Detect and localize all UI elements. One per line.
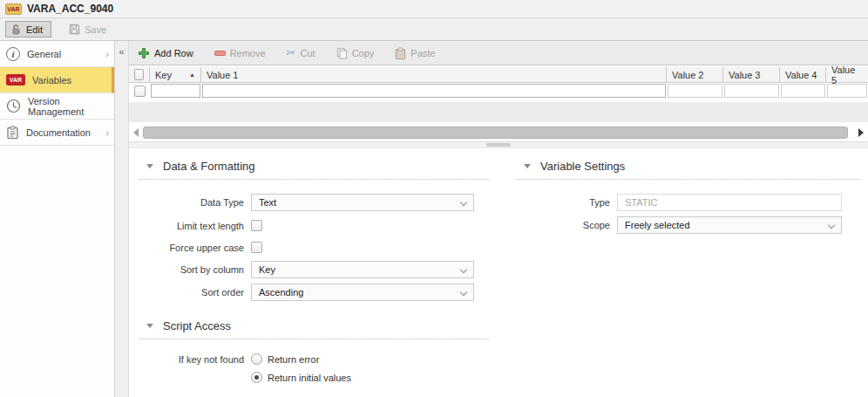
- column-header-value4[interactable]: Value 4: [780, 67, 826, 82]
- select-all-checkbox[interactable]: [134, 69, 144, 80]
- sort-order-select[interactable]: Ascending: [251, 284, 474, 301]
- data-type-select[interactable]: Text: [251, 194, 474, 211]
- section-divider: [139, 173, 490, 180]
- key-input[interactable]: [151, 84, 200, 98]
- sidebar-item-label: Variables: [32, 75, 71, 86]
- section-header-data-formatting[interactable]: Data & Formatting: [139, 159, 490, 173]
- horizontal-scrollbar: [129, 124, 868, 141]
- grid-toolbar: Add Row Remove ✂ Cut Copy: [129, 41, 868, 65]
- value1-input[interactable]: [202, 84, 666, 98]
- section-divider: [517, 173, 860, 180]
- remove-icon: [214, 51, 226, 56]
- selected-value: Freely selected: [625, 220, 690, 230]
- field-force-upper-case: Force upper case: [139, 242, 490, 253]
- clock-icon: [6, 99, 21, 113]
- field-label: Force upper case: [139, 243, 251, 253]
- cut-button[interactable]: ✂ Cut: [287, 47, 315, 58]
- field-label: Type: [517, 197, 617, 208]
- sort-ascending-icon: ▲: [189, 72, 195, 78]
- title-bar: VAR VARA_ACC_9040: [0, 0, 868, 18]
- copy-button[interactable]: Copy: [336, 47, 375, 59]
- return-error-radio[interactable]: [251, 353, 262, 365]
- sidebar: i General › VAR Variables Version Manage…: [0, 41, 115, 397]
- properties-panel: Data & Formatting Data Type Text Limit t…: [129, 148, 868, 397]
- edit-button-label: Edit: [26, 24, 43, 35]
- section-title: Variable Settings: [540, 160, 625, 173]
- sidebar-item-label: General: [27, 49, 61, 59]
- sidebar-collapse-strip: «: [115, 41, 129, 397]
- section-title: Script Access: [163, 319, 231, 332]
- radio-label: Return error: [268, 354, 319, 365]
- value4-cell: [780, 83, 826, 99]
- value1-cell: [201, 83, 667, 99]
- row-select-cell: [129, 83, 150, 99]
- sidebar-item-version-management[interactable]: Version Management: [0, 93, 114, 120]
- column-header-value2[interactable]: Value 2: [667, 67, 723, 82]
- var-badge-icon: VAR: [6, 74, 25, 86]
- copy-icon: [336, 47, 348, 59]
- chevron-down-icon: [461, 290, 467, 296]
- collapse-section-icon: [146, 164, 153, 168]
- chevron-right-icon: ›: [105, 127, 109, 138]
- value5-input[interactable]: [827, 84, 867, 98]
- value3-cell: [723, 83, 780, 99]
- section-divider: [139, 332, 490, 339]
- column-header-value1[interactable]: Value 1: [201, 67, 667, 82]
- sidebar-item-general[interactable]: i General ›: [0, 41, 114, 67]
- main-content: Add Row Remove ✂ Cut Copy: [129, 41, 868, 397]
- field-scope: Scope Freely selected: [517, 216, 860, 234]
- add-row-label: Add Row: [154, 48, 193, 58]
- select-all-cell: [129, 67, 150, 82]
- field-if-key-not-found-option2: Return initial values: [139, 372, 490, 383]
- return-initial-values-radio[interactable]: [251, 372, 262, 383]
- remove-button[interactable]: Remove: [214, 48, 266, 58]
- field-sort-by-column: Sort by column Key: [139, 261, 490, 278]
- scope-select[interactable]: Freely selected: [617, 216, 842, 234]
- value3-input[interactable]: [724, 84, 779, 98]
- remove-label: Remove: [230, 48, 266, 58]
- unlock-icon: [11, 24, 22, 35]
- grid-header-row: Key ▲ Value 1 Value 2 Value 3 Value 4 Va…: [129, 67, 868, 83]
- sort-by-column-select[interactable]: Key: [251, 261, 474, 278]
- key-cell: [150, 83, 201, 99]
- sidebar-item-variables[interactable]: VAR Variables: [0, 67, 114, 93]
- section-header-variable-settings[interactable]: Variable Settings: [517, 159, 860, 173]
- field-limit-text-length: Limit text length: [139, 220, 490, 231]
- force-upper-case-checkbox[interactable]: [251, 242, 262, 253]
- collapse-sidebar-button[interactable]: «: [115, 46, 128, 57]
- selected-value: Key: [259, 264, 275, 275]
- radio-label: Return initial values: [268, 373, 351, 383]
- limit-text-length-checkbox[interactable]: [251, 220, 262, 231]
- edit-button[interactable]: Edit: [5, 21, 51, 38]
- column-header-key[interactable]: Key ▲: [150, 67, 201, 82]
- copy-label: Copy: [352, 48, 375, 58]
- scroll-left-arrow[interactable]: [133, 128, 139, 137]
- splitter-handle[interactable]: [486, 143, 511, 147]
- chevron-down-icon: [461, 200, 467, 206]
- grid-empty-area: [129, 102, 868, 122]
- add-row-button[interactable]: Add Row: [138, 47, 193, 59]
- column-header-label: Value 3: [729, 70, 761, 80]
- paste-button[interactable]: Paste: [395, 47, 435, 59]
- save-button[interactable]: Save: [64, 21, 114, 38]
- column-header-label: Value 4: [785, 70, 817, 80]
- value2-cell: [667, 83, 723, 99]
- column-header-value5[interactable]: Value 5: [826, 67, 868, 82]
- selected-value: Ascending: [259, 287, 303, 298]
- scroll-right-arrow[interactable]: [858, 128, 864, 137]
- column-header-label: Key: [155, 70, 172, 80]
- field-label: Data Type: [139, 197, 251, 208]
- chevron-down-icon: [461, 267, 467, 273]
- scrollbar-thumb[interactable]: [143, 127, 848, 139]
- value2-input[interactable]: [668, 84, 722, 98]
- section-header-script-access[interactable]: Script Access: [139, 318, 490, 332]
- value4-input[interactable]: [781, 84, 825, 98]
- field-label: Sort order: [139, 287, 251, 298]
- cut-icon: ✂: [287, 47, 296, 58]
- app-window: VAR VARA_ACC_9040 Edit Save: [0, 0, 868, 397]
- row-checkbox[interactable]: [134, 86, 146, 97]
- column-header-value3[interactable]: Value 3: [723, 67, 780, 82]
- sidebar-item-documentation[interactable]: Documentation ›: [0, 120, 114, 146]
- save-button-label: Save: [85, 24, 106, 35]
- readonly-value: STATIC: [625, 197, 657, 208]
